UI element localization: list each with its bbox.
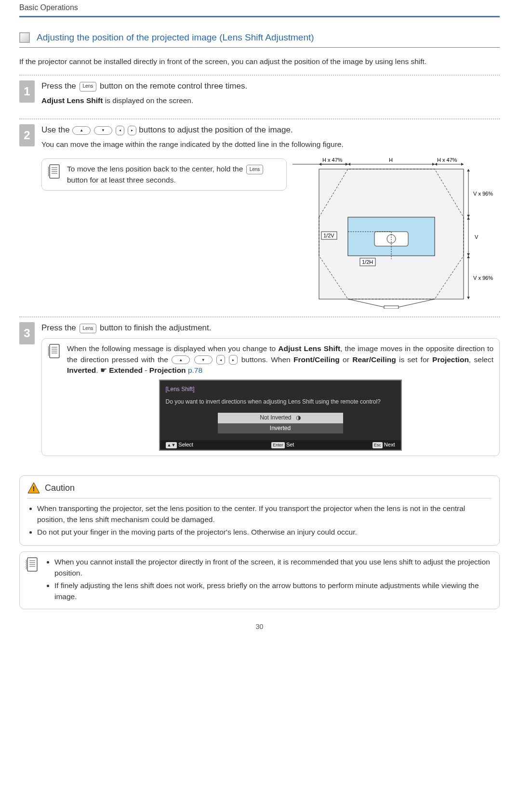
step-3-title: Press the Lens button to finish the adju… [41, 322, 500, 334]
left-button-icon: ◂ [116, 126, 124, 135]
right-button-icon: ▸ [128, 126, 136, 135]
caution-title-text: Caution [45, 482, 75, 494]
svg-marker-26 [467, 253, 470, 256]
osd-footer: ▲▼Select EnterSet EscNext [160, 440, 401, 450]
osd-option-not-inverted[interactable]: Not Inverted ◑ [218, 413, 343, 423]
fig-v: V [475, 234, 479, 240]
step-2-note-body: To move the lens position back to the ce… [67, 164, 280, 185]
step3-title-a: Press the [41, 323, 79, 332]
step-number-1: 1 [19, 80, 35, 103]
svg-marker-20 [461, 163, 464, 166]
osd-foot-set: Set [286, 442, 294, 447]
s3-b6: Extended [109, 366, 143, 374]
s3-b5: Inverted [67, 366, 96, 374]
caution-title: ! Caution [27, 482, 492, 498]
up-button-icon: ▲ [172, 355, 190, 364]
pointer-icon: ☛ [100, 365, 107, 376]
s3-b7: Projection [149, 366, 186, 374]
svg-marker-25 [467, 217, 470, 220]
step-1-title: Press the Lens button on the remote cont… [41, 80, 500, 92]
svg-marker-22 [467, 169, 470, 171]
fig-h47-right: H x 47% [437, 157, 457, 163]
page-number: 30 [19, 622, 500, 631]
s3-h: - [143, 366, 149, 374]
s3-a: When the following message is displayed … [67, 344, 278, 353]
s3-b3: Rear/Ceiling [352, 355, 396, 364]
s3-c: buttons. When [241, 355, 293, 364]
tips-item-1: When you cannot install the projector di… [54, 557, 493, 578]
step-2: 2 Use the ▲ ▼ ◂ ▸ buttons to adjust the … [19, 119, 500, 317]
svg-marker-19 [435, 163, 437, 166]
step-3-note-text: When the following message is displayed … [67, 343, 493, 376]
svg-rect-32 [384, 306, 399, 309]
s3-d: or [340, 355, 353, 364]
tips-item-2: If finely adjusting the lens shift does … [54, 580, 493, 602]
fig-v96-top: V x 96% [473, 191, 493, 196]
fig-half-v: 1/2V [323, 233, 334, 238]
step1-title-b: button on the remote control three times… [100, 81, 247, 91]
note-icon [48, 343, 61, 360]
caution-item-1: When transporting the projector, set the… [37, 503, 492, 525]
section-title: Adjusting the position of the projected … [37, 31, 314, 44]
s3-g: . [96, 366, 100, 374]
svg-marker-23 [467, 215, 470, 217]
step1-title-a: Press the [41, 81, 79, 91]
caution-item-2: Do not put your finger in the moving par… [37, 527, 492, 537]
step-2-sub: You can move the image within the range … [41, 139, 500, 150]
osd-title: [Lens Shift] [166, 385, 395, 393]
svg-marker-29 [467, 297, 470, 299]
caution-icon: ! [27, 482, 40, 494]
step-3-note: When the following message is displayed … [41, 338, 500, 456]
intro-text: If the projector cannot be installed dir… [19, 56, 500, 67]
tips-box: When you cannot install the projector di… [19, 551, 500, 609]
osd-question: Do you want to invert directions when ad… [166, 398, 395, 406]
caution-list: When transporting the projector, set the… [27, 503, 492, 537]
fig-h: H [389, 157, 393, 163]
s3-b2: Front/Ceiling [293, 355, 340, 364]
step-2-note: To move the lens position back to the ce… [41, 158, 287, 191]
updown-key-icon: ▲▼ [166, 442, 177, 448]
step2-note-b: button for at least three seconds. [67, 176, 176, 184]
left-button-icon: ◂ [216, 355, 225, 365]
fig-v96-bot: V x 96% [473, 275, 493, 281]
note-icon [26, 557, 39, 573]
s3-b1: Adjust Lens Shift [278, 344, 340, 353]
step-number-3: 3 [19, 322, 35, 344]
tips-list: When you cannot install the projector di… [45, 557, 493, 602]
s3-f: , select [469, 355, 493, 364]
section-title-row: Adjusting the position of the projected … [19, 31, 500, 48]
caution-box: ! Caution When transporting the projecto… [19, 475, 500, 546]
down-button-icon: ▼ [94, 126, 112, 135]
lens-button-icon: Lens [246, 165, 264, 174]
down-button-icon: ▼ [194, 355, 213, 364]
running-head: Basic Operations [19, 0, 500, 17]
step3-title-b: button to finish the adjustment. [100, 323, 212, 332]
lens-shift-range-figure: H x 47% H H x 47% V x 96% V V x 96% 1/2V [293, 155, 500, 309]
section-checkbox-icon [19, 32, 30, 43]
step-1-sub: Adjust Lens Shift is displayed on the sc… [41, 95, 500, 106]
svg-text:!: ! [33, 485, 35, 493]
step2-title-b: buttons to adjust the position of the im… [139, 125, 293, 134]
osd-opt1-label: Not Inverted [260, 414, 291, 421]
svg-marker-17 [432, 163, 435, 166]
osd-dialog: [Lens Shift] Do you want to invert direc… [159, 380, 402, 451]
enter-key-icon: Enter [271, 442, 285, 448]
step-2-title: Use the ▲ ▼ ◂ ▸ buttons to adjust the po… [41, 124, 500, 136]
adjust-lens-shift-bold: Adjust Lens Shift [41, 96, 103, 105]
osd-foot-next: Next [384, 442, 395, 447]
osd-option-inverted[interactable]: Inverted [218, 423, 343, 433]
osd-foot-select: Select [178, 442, 193, 447]
svg-marker-28 [467, 256, 470, 258]
step2-title-a: Use the [41, 125, 72, 134]
lens-button-icon: Lens [80, 82, 97, 92]
svg-marker-16 [348, 163, 350, 166]
s3-b4: Projection [432, 355, 469, 364]
step-1: 1 Press the Lens button on the remote co… [19, 76, 500, 119]
up-button-icon: ▲ [72, 126, 91, 135]
fig-h47-left: H x 47% [322, 157, 343, 163]
note-icon [48, 164, 61, 180]
step1-sub-rest: is displayed on the screen. [103, 96, 193, 105]
right-button-icon: ▸ [229, 355, 238, 365]
lens-button-icon: Lens [80, 324, 97, 333]
page-link-78[interactable]: p.78 [188, 366, 202, 374]
